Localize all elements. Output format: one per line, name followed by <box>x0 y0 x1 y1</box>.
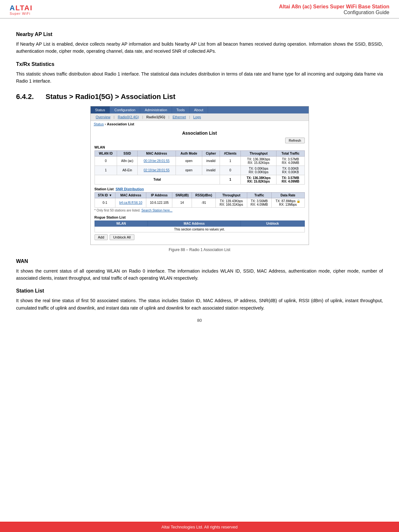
refresh-button[interactable]: Refresh <box>285 138 305 143</box>
cell-traffic: TX: 3.57MB RX: 4.09MB <box>277 156 304 166</box>
wan-heading: WAN <box>16 258 383 264</box>
wlan-col-id: WLAN ID <box>95 150 117 156</box>
logo-area: ALTAI Super WiFi <box>10 4 61 15</box>
mac-link[interactable]: 00:19:be:28:01:55 <box>144 159 170 163</box>
cell-cipher: invalid <box>202 166 220 175</box>
rogue-col-mac: MAC Address <box>148 221 240 226</box>
sub-nav-radio1[interactable]: Radio1(5G) <box>144 114 168 120</box>
nav-tab-about[interactable]: About <box>190 106 208 113</box>
sta-mac-link[interactable]: b4:ca:f6:ff:56:10 <box>119 201 142 204</box>
table-row: 0-1 b4:ca:f6:ff:56:10 10.6.122.105 14 -9… <box>95 198 304 207</box>
chapter-number: 6.4.2. <box>16 93 34 101</box>
cell-sta-id: 0-1 <box>95 198 115 207</box>
sub-nav-logs[interactable]: Logs <box>191 114 204 120</box>
sub-nav-ethernet[interactable]: Ethernet <box>170 114 189 120</box>
cell-sta-datarate: TX: 87.8Mbps 🔒 RX: 13Mbps <box>271 198 304 207</box>
header-subtitle: Configuration Guide <box>61 10 389 15</box>
sub-nav-radio0[interactable]: Radio0(2.4G) <box>115 114 141 120</box>
wlan-col-mac: MAC Address <box>137 150 176 156</box>
mac-link[interactable]: 02:19:be:28:01:55 <box>144 168 170 172</box>
breadcrumb-link[interactable]: Status <box>94 122 104 126</box>
wlan-col-cipher: Cipher <box>202 150 220 156</box>
cell-sta-traffic: TX: 3.56MB RX: 4.09MB <box>247 198 271 207</box>
sta-col-datarate: Data Rate <box>271 192 304 198</box>
cell-sta-throughput: TX: 139.43Kbps RX: 166.31Kbps <box>216 198 247 207</box>
station-table: STA ID ▼ MAC Address IP Address SNR(dB) … <box>95 192 305 208</box>
rogue-section-label: Rogue Station List <box>95 215 305 219</box>
footer-text: Altai Technologies Ltd. All rights reser… <box>161 525 238 529</box>
cell-clients: 0 <box>220 166 241 175</box>
nav-tab-status[interactable]: Status <box>91 106 110 113</box>
cell-auth: open <box>176 166 202 175</box>
txrx-heading: Tx/Rx Statistics <box>16 61 383 67</box>
rogue-empty-msg: This section contains no values yet. <box>95 226 304 232</box>
cell-wlan-id: 0 <box>95 156 117 166</box>
association-panel: Association List Refresh WLAN WLAN ID SS… <box>91 127 309 245</box>
nav-tab-tools[interactable]: Tools <box>172 106 190 113</box>
station-list-label: Station List <box>95 187 114 191</box>
txrx-text: This statistic shows traffic distributio… <box>16 70 383 85</box>
logo-text: ALTAI <box>10 4 33 12</box>
wan-text: It shows the current status of all opera… <box>16 267 383 282</box>
sub-nav-overview[interactable]: Overview <box>93 114 113 120</box>
wlan-col-throughput: Throughput <box>241 150 277 156</box>
search-station-link[interactable]: Search Station here... <box>141 209 173 212</box>
page-header: ALTAI Super WiFi Altai A8n (ac) Series S… <box>0 0 399 19</box>
sta-col-rssi: RSSI(dBm) <box>192 192 216 198</box>
nearby-ap-heading: Nearby AP List <box>16 32 383 37</box>
wlan-table: WLAN ID SSID MAC Address Auth Mode Ciphe… <box>95 150 305 185</box>
nav-tab-configuration[interactable]: Configuration <box>110 106 140 113</box>
station-list-text: It shows the real time status of first 5… <box>16 297 383 311</box>
ui-screenshot: Status Configuration Administration Tool… <box>90 106 309 245</box>
cell-total-traffic: TX: 3.57MB RX: 4.09MB <box>277 175 304 184</box>
nearby-ap-text: If Nearby AP List is enabled, device col… <box>16 41 383 55</box>
sta-col-throughput: Throughput <box>216 192 247 198</box>
table-row-total: Total 1 TX: 136.38Kbps RX: 15.82Kbps TX:… <box>95 175 304 184</box>
figure-caption: Figure 88 – Radio 1 Association List <box>16 248 383 252</box>
sta-col-id[interactable]: STA ID ▼ <box>95 192 115 198</box>
cell-sta-rssi: -91 <box>192 198 216 207</box>
header-right: Altai A8n (ac) Series Super WiFi Base St… <box>61 4 389 15</box>
sta-col-mac: MAC Address <box>115 192 146 198</box>
unblock-all-button[interactable]: Unblock All <box>110 234 134 240</box>
station-header: Station List SNR Distribution <box>95 187 305 191</box>
cell-sta-snr: 14 <box>172 198 192 207</box>
snr-distribution-link[interactable]: SNR Distribution <box>115 187 144 191</box>
add-button[interactable]: Add <box>95 234 108 240</box>
bottom-buttons: Add Unblock All <box>95 232 305 241</box>
cell-mac: 02:19:be:28:01:55 <box>137 166 176 175</box>
cell-total-label: Total <box>95 175 220 184</box>
nav-bar: Status Configuration Administration Tool… <box>91 106 309 113</box>
sta-col-traffic: Traffic <box>247 192 271 198</box>
cell-throughput: TX: 0.00Kbps RX: 0.00Kbps <box>241 166 277 175</box>
assoc-title: Association List <box>95 129 305 138</box>
cell-traffic: TX: 0.00KB RX: 0.00KB <box>277 166 304 175</box>
logo-sub: Super WiFi <box>10 12 30 15</box>
rogue-section: Rogue Station List WLAN MAC Address Unbl… <box>95 215 305 232</box>
station-list-heading: Station List <box>16 288 383 294</box>
cell-total-clients: 1 <box>220 175 241 184</box>
sub-nav-bar: Overview | Radio0(2.4G) | Radio1(5G) | E… <box>91 113 309 121</box>
header-title: Altai A8n (ac) Series Super WiFi Base St… <box>61 4 389 10</box>
rogue-table: WLAN MAC Address Unblock This section co… <box>95 221 305 232</box>
cell-ssid: A8-Ein <box>117 166 137 175</box>
wlan-col-auth: Auth Mode <box>176 150 202 156</box>
logo-a: A <box>10 4 15 12</box>
cell-mac: 00:19:be:28:01:55 <box>137 156 176 166</box>
wlan-col-clients: #Clients <box>220 150 241 156</box>
breadcrumb-current: Association List <box>107 122 134 126</box>
cell-total-throughput: TX: 136.38Kbps RX: 15.82Kbps <box>241 175 277 184</box>
cell-auth: open <box>176 156 202 166</box>
refresh-btn-container: Refresh <box>95 138 305 143</box>
logo-ltai: LTAI <box>15 4 33 12</box>
wlan-section-label: WLAN <box>95 145 305 149</box>
rogue-col-unblock: Unblock <box>240 221 304 226</box>
page-number: 80 <box>16 318 383 323</box>
rogue-col-wlan: WLAN <box>95 221 148 226</box>
cell-sta-mac: b4:ca:f6:ff:56:10 <box>115 198 146 207</box>
rogue-empty-row: This section contains no values yet. <box>95 226 304 232</box>
nav-tab-administration[interactable]: Administration <box>140 106 172 113</box>
breadcrumb: Status › Association List <box>91 121 309 127</box>
cell-throughput: TX: 136.38Kbps RX: 15.82Kbps <box>241 156 277 166</box>
cell-ssid: A8n (ac) <box>117 156 137 166</box>
